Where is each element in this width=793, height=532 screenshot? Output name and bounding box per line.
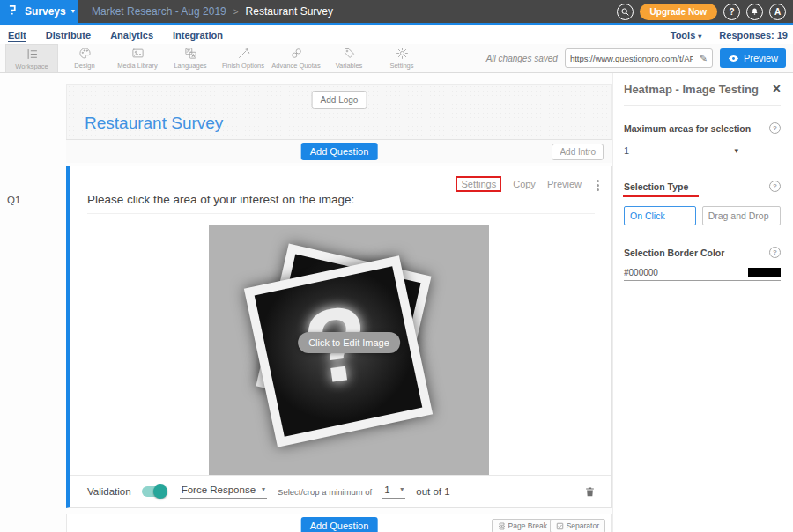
separator-button[interactable]: Separator (550, 519, 605, 532)
breadcrumb-folder[interactable]: Market Research - Aug 2019 (92, 5, 226, 18)
question-more-menu[interactable] (597, 178, 599, 193)
survey-title[interactable]: Restaurant Survey (85, 114, 223, 133)
red-annotation-underline (623, 195, 699, 197)
question-preview-button[interactable]: Preview (547, 179, 582, 189)
search-button[interactable] (617, 4, 634, 20)
max-areas-help-icon[interactable]: ? (769, 122, 781, 134)
click-to-edit-image-button[interactable]: Click to Edit Image (298, 332, 400, 353)
ribbon-item-variables[interactable]: Variables (322, 44, 375, 72)
question-card: Settings Copy Preview Please click the a… (66, 166, 612, 508)
add-intro-button[interactable]: Add Intro (552, 144, 604, 160)
translate-icon (184, 47, 197, 60)
product-label: Surveys (25, 5, 66, 18)
ribbon-item-languages[interactable]: Languages (164, 44, 217, 72)
chevron-down-icon: ▾ (400, 486, 404, 493)
search-icon (620, 7, 630, 17)
selection-type-help-icon[interactable]: ? (769, 181, 781, 192)
question-text[interactable]: Please click the area of your interest o… (87, 193, 354, 206)
breadcrumb-separator: > (233, 7, 239, 17)
max-areas-select[interactable]: 1 ▾ (624, 145, 738, 159)
tag-icon (343, 47, 356, 60)
question-number-label: Q1 (7, 195, 20, 205)
image-icon (131, 47, 145, 60)
selection-type-label: Selection Type (624, 181, 688, 192)
minimum-suffix-label: out of 1 (416, 486, 449, 497)
question-settings-panel: Heatmap - Image Testing × Maximum areas … (612, 73, 793, 532)
bell-icon (750, 7, 760, 17)
tab-distribute[interactable]: Distribute (46, 30, 91, 41)
page-break-icon (498, 522, 506, 530)
module-nav: Edit Distribute Analytics Integration To… (0, 26, 793, 44)
close-panel-button[interactable]: × (773, 82, 781, 96)
breadcrumb: Market Research - Aug 2019 > Restaurant … (78, 0, 333, 23)
max-areas-label: Maximum areas for selection (624, 123, 751, 134)
responses-count[interactable]: Responses: 19 (719, 30, 788, 41)
drag-and-drop-option[interactable]: Drag and Drop (702, 206, 781, 225)
upgrade-now-button[interactable]: Upgrade Now (640, 4, 717, 20)
panel-divider (624, 105, 781, 106)
questionpro-logo-icon (7, 3, 19, 20)
delete-question-button[interactable] (584, 485, 596, 498)
question-copy-button[interactable]: Copy (513, 179, 536, 189)
border-color-value[interactable]: #000000 (624, 268, 658, 277)
validation-label: Validation (87, 486, 131, 497)
ribbon-item-finish-options[interactable]: Finish Options (217, 44, 270, 72)
validation-toggle[interactable] (142, 486, 166, 497)
help-button[interactable]: ? (723, 4, 740, 20)
surveys-menu[interactable]: Surveys ▾ (0, 0, 78, 23)
top-bar: Surveys ▾ Market Research - Aug 2019 > R… (0, 0, 793, 25)
chevron-down-icon: ▾ (734, 147, 738, 155)
survey-header-card: Add Logo Restaurant Survey Add Question … (66, 84, 612, 163)
checkbox-icon (556, 522, 564, 530)
ribbon-item-workspace[interactable]: Workspace (5, 44, 58, 72)
tab-integration[interactable]: Integration (173, 30, 223, 41)
minimum-select[interactable]: 1 ▾ (382, 484, 405, 499)
ribbon-item-advance-quotas[interactable]: Advance Quotas (270, 44, 322, 72)
gear-icon (396, 47, 409, 60)
validation-row: Validation Force Response ▾ Select/crop … (70, 475, 611, 507)
minimum-prefix-label: Select/crop a minimum of (278, 487, 372, 497)
links-icon (290, 47, 303, 60)
add-question-button[interactable]: Add Question (301, 143, 378, 160)
ribbon-toolbar: Workspace Design Media Library Languages… (0, 44, 793, 73)
add-logo-button[interactable]: Add Logo (312, 91, 367, 109)
nav-right: Tools ▾ Responses: 19 (671, 30, 793, 41)
tools-menu[interactable]: Tools ▾ (671, 30, 702, 41)
edit-url-icon[interactable]: ✎ (695, 53, 712, 64)
border-color-help-icon[interactable]: ? (769, 247, 781, 258)
preview-button[interactable]: Preview (720, 48, 786, 68)
tab-edit[interactable]: Edit (8, 30, 26, 41)
ribbon-item-design[interactable]: Design (58, 44, 111, 72)
border-color-swatch[interactable] (748, 268, 781, 277)
page-break-button[interactable]: Page Break (492, 519, 553, 532)
eye-icon (728, 54, 739, 63)
ribbon-item-media-library[interactable]: Media Library (111, 44, 164, 72)
border-color-label: Selection Border Color (624, 248, 724, 258)
add-question-bottom-button[interactable]: Add Question (301, 517, 378, 532)
question-text-underline (87, 213, 595, 214)
survey-url-box: ✎ (565, 48, 713, 68)
survey-actions-row: Add Question Add Intro (66, 139, 612, 163)
ribbon-right: All changes saved ✎ Preview (486, 48, 786, 68)
notifications-button[interactable] (746, 4, 763, 20)
survey-editor-page: Surveys ▾ Market Research - Aug 2019 > R… (0, 0, 793, 532)
autosave-status: All changes saved (486, 54, 558, 63)
question-settings-button[interactable]: Settings (456, 176, 501, 192)
tab-analytics[interactable]: Analytics (110, 30, 153, 41)
wand-icon (237, 47, 250, 60)
validation-type-select[interactable]: Force Response ▾ (180, 484, 267, 499)
survey-url-input[interactable] (566, 54, 695, 63)
selection-type-options: On Click Drag and Drop (624, 206, 781, 225)
on-click-option[interactable]: On Click (624, 206, 696, 225)
workspace-icon (26, 48, 39, 61)
trash-icon (584, 485, 596, 498)
add-block-strip: Add Question Page Break Separator (66, 514, 612, 532)
heatmap-image-placeholder[interactable]: ? Click to Edit Image (209, 225, 489, 476)
chevron-down-icon: ▾ (71, 8, 75, 15)
border-color-input-row: #000000 (624, 268, 781, 281)
breadcrumb-survey-name: Restaurant Survey (246, 5, 333, 18)
ribbon-item-settings[interactable]: Settings (375, 44, 428, 72)
panel-title: Heatmap - Image Testing (624, 83, 759, 96)
question-actions: Settings Copy Preview (456, 176, 582, 192)
avatar[interactable]: A (769, 4, 786, 20)
